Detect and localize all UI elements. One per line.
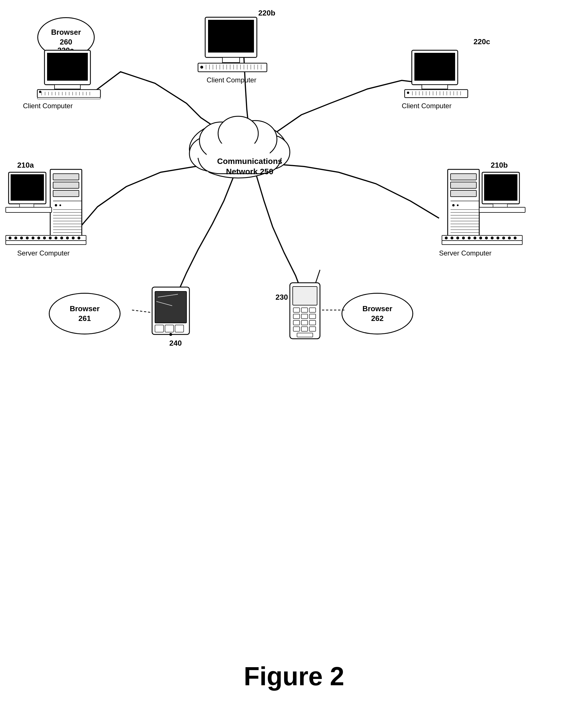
svg-point-94 xyxy=(49,236,52,240)
svg-point-125 xyxy=(462,236,465,240)
svg-rect-85 xyxy=(6,207,52,212)
svg-point-122 xyxy=(445,236,448,240)
svg-rect-67 xyxy=(53,174,79,180)
svg-point-22 xyxy=(39,91,41,93)
svg-rect-119 xyxy=(493,204,507,207)
svg-point-72 xyxy=(59,204,61,206)
svg-point-134 xyxy=(514,236,517,240)
diagram: Communications Network 250 Browser 260 B… xyxy=(0,0,588,546)
network-label: Communications Network 250 xyxy=(217,156,282,177)
svg-rect-102 xyxy=(450,174,476,180)
svg-rect-5 xyxy=(55,85,80,89)
svg-point-92 xyxy=(37,236,40,240)
svg-rect-68 xyxy=(53,182,79,188)
svg-point-71 xyxy=(55,204,57,206)
svg-rect-6 xyxy=(37,89,101,98)
svg-point-127 xyxy=(474,236,476,240)
svg-point-93 xyxy=(43,236,46,240)
svg-rect-27 xyxy=(198,63,267,72)
svg-rect-149 xyxy=(309,308,316,312)
svg-point-132 xyxy=(502,236,505,240)
svg-point-88 xyxy=(14,236,17,240)
svg-point-91 xyxy=(31,236,35,240)
svg-point-98 xyxy=(72,236,75,240)
svg-rect-155 xyxy=(309,321,316,325)
svg-rect-137 xyxy=(155,291,187,323)
svg-rect-49 xyxy=(405,89,468,98)
figure-caption: Figure 2 xyxy=(0,662,588,691)
svg-rect-120 xyxy=(479,207,525,212)
svg-rect-47 xyxy=(415,53,455,80)
svg-rect-141 xyxy=(165,325,174,332)
svg-point-124 xyxy=(456,236,459,240)
svg-rect-104 xyxy=(450,190,476,197)
svg-rect-100 xyxy=(6,241,86,245)
svg-rect-152 xyxy=(309,314,316,318)
connections-svg xyxy=(0,0,588,546)
svg-rect-23 xyxy=(37,98,101,99)
svg-rect-147 xyxy=(293,308,300,312)
svg-point-131 xyxy=(497,236,499,240)
svg-rect-69 xyxy=(53,190,79,197)
svg-point-96 xyxy=(60,236,63,240)
svg-rect-103 xyxy=(450,182,476,188)
svg-point-28 xyxy=(200,66,203,69)
svg-rect-146 xyxy=(293,287,317,305)
svg-rect-159 xyxy=(297,333,313,337)
network-cloud: Communications Network 250 xyxy=(195,141,304,192)
svg-point-143 xyxy=(169,333,172,336)
svg-point-106 xyxy=(452,204,455,206)
svg-rect-83 xyxy=(11,174,44,200)
svg-rect-156 xyxy=(293,327,300,331)
svg-point-130 xyxy=(491,236,493,240)
svg-point-89 xyxy=(20,236,23,240)
svg-point-123 xyxy=(450,236,454,240)
svg-rect-4 xyxy=(47,53,87,80)
svg-rect-151 xyxy=(301,314,308,318)
svg-rect-150 xyxy=(293,314,300,318)
svg-rect-158 xyxy=(309,327,316,331)
svg-point-129 xyxy=(485,236,488,240)
svg-rect-148 xyxy=(301,308,308,312)
svg-rect-26 xyxy=(223,57,239,63)
svg-rect-135 xyxy=(442,241,522,245)
svg-point-90 xyxy=(26,236,29,240)
svg-rect-48 xyxy=(422,85,448,89)
svg-rect-118 xyxy=(484,174,517,200)
svg-point-126 xyxy=(468,236,470,240)
svg-point-97 xyxy=(66,236,69,240)
svg-rect-154 xyxy=(301,321,308,325)
svg-point-87 xyxy=(8,236,12,240)
svg-point-50 xyxy=(407,91,409,94)
svg-point-99 xyxy=(78,236,80,240)
svg-line-1 xyxy=(132,310,155,313)
svg-rect-25 xyxy=(208,20,254,52)
svg-point-133 xyxy=(508,236,511,240)
svg-point-107 xyxy=(457,204,459,206)
svg-point-95 xyxy=(55,236,57,240)
svg-rect-157 xyxy=(301,327,308,331)
svg-rect-84 xyxy=(20,204,34,207)
svg-point-128 xyxy=(479,236,482,240)
svg-rect-153 xyxy=(293,321,300,325)
svg-rect-142 xyxy=(175,325,184,332)
svg-rect-140 xyxy=(155,325,164,332)
svg-line-145 xyxy=(316,270,320,283)
